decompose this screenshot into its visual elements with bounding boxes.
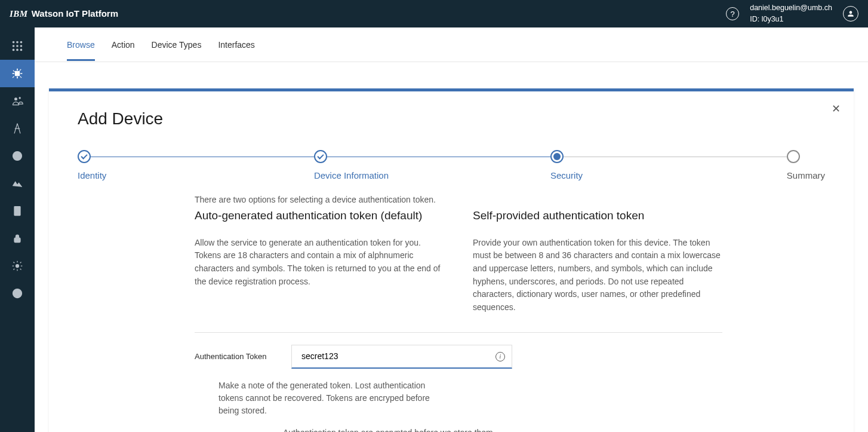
auto-token-body: Allow the service to generate an authent… [195,237,444,289]
sidebar-item-members[interactable] [0,87,35,115]
svg-rect-17 [14,238,20,243]
authentication-token-input[interactable] [291,345,512,369]
tab-interfaces[interactable]: Interfaces [218,29,254,60]
svg-point-2 [20,41,23,44]
user-id: ID: l0y3u1 [750,14,832,25]
token-field-label: Authentication Token [195,352,272,361]
security-content: There are two options for selecting a de… [78,195,722,432]
step-identity[interactable]: Identity [78,150,314,180]
sidebar-item-apps[interactable] [0,32,35,60]
sidebar-item-storage[interactable] [0,197,35,225]
step-security-icon [550,150,564,163]
svg-point-14 [16,155,19,158]
logo[interactable]: IBM Watson IoT Platform [10,8,118,19]
logo-text: Watson IoT Platform [32,8,118,19]
sidebar-item-extensions[interactable] [0,280,35,307]
step-summary[interactable]: Summary [787,150,825,180]
step-device-info-label: Device Information [314,170,389,180]
sidebar-item-usage[interactable] [0,170,35,197]
divider [195,332,722,333]
main: Browse Action Device Types Interfaces ✕ … [35,27,868,432]
user-icon[interactable] [843,6,858,22]
sidebar-item-compass[interactable] [0,115,35,142]
svg-point-8 [20,49,23,51]
tab-browse[interactable]: Browse [67,29,95,60]
intro-text: There are two options for selecting a de… [195,195,722,204]
header: IBM Watson IoT Platform ? daniel.begueli… [0,0,868,27]
user-info: daniel.beguelin@umb.ch ID: l0y3u1 [750,2,832,25]
svg-point-3 [13,45,15,47]
token-note: Make a note of the generated token. Lost… [195,379,439,417]
tab-action[interactable]: Action [112,29,135,60]
svg-point-5 [20,45,23,47]
svg-point-0 [13,41,15,44]
step-summary-label: Summary [787,170,825,180]
token-field-row: Authentication Token i [195,345,722,369]
sidebar-item-security[interactable] [0,225,35,252]
step-security-label: Security [550,170,583,180]
logo-ibm: IBM [10,9,28,19]
svg-point-4 [16,45,19,47]
sidebar [0,27,35,432]
svg-point-7 [16,49,19,51]
svg-point-10 [14,97,17,100]
self-token-body: Provide your own authentication token fo… [473,237,722,314]
svg-point-11 [19,97,21,99]
help-icon[interactable]: ? [726,7,739,20]
svg-rect-15 [14,207,20,216]
tabs: Browse Action Device Types Interfaces [35,27,868,62]
auto-token-heading: Auto-generated authentication token (def… [195,208,444,223]
self-token-heading: Self-provided authentication token [473,208,722,223]
svg-rect-9 [15,71,20,76]
sidebar-item-devices[interactable] [0,60,35,87]
tab-device-types[interactable]: Device Types [152,29,202,60]
step-security[interactable]: Security [550,150,787,180]
auto-token-col: Auto-generated authentication token (def… [195,208,444,314]
step-summary-icon [787,150,800,163]
step-device-info[interactable]: Device Information [314,150,550,180]
encrypt-note: Authentication token are encrypted befor… [195,428,722,432]
self-token-col: Self-provided authentication token Provi… [473,208,722,314]
sidebar-item-fingerprint[interactable] [0,142,35,170]
header-right: ? daniel.beguelin@umb.ch ID: l0y3u1 [726,2,858,25]
svg-point-6 [13,49,15,51]
svg-point-1 [16,41,19,44]
sidebar-item-settings[interactable] [0,252,35,280]
close-icon[interactable]: ✕ [832,102,841,115]
user-email: daniel.beguelin@umb.ch [750,2,832,14]
step-identity-icon [78,150,91,163]
add-device-card: ✕ Add Device Identity Device Information [49,88,854,432]
stepper: Identity Device Information Security [78,150,825,180]
svg-point-18 [16,265,19,268]
step-identity-label: Identity [78,170,106,180]
card-title: Add Device [78,109,825,128]
info-icon[interactable]: i [495,352,505,361]
step-device-info-icon [314,150,327,163]
